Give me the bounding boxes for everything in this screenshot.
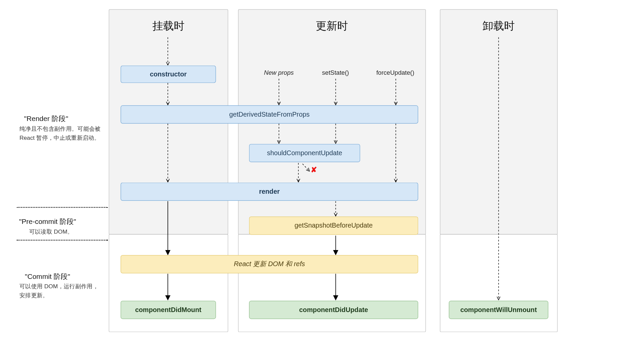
phase-commit-desc: 可以使用 DOM，运行副作用，安排更新。 xyxy=(19,282,100,300)
node-scu[interactable]: shouldComponentUpdate xyxy=(249,144,360,162)
trigger-newprops: New props xyxy=(264,69,294,76)
col-mount-bg xyxy=(109,9,228,332)
svg-rect-4 xyxy=(440,9,557,234)
node-gdsfp[interactable]: getDerivedStateFromProps xyxy=(121,105,418,123)
node-cwu[interactable]: componentWillUnmount xyxy=(449,301,548,319)
dotted-sep-1 xyxy=(17,207,108,208)
node-constructor[interactable]: constructor xyxy=(121,66,216,83)
col-unmount-bg xyxy=(440,9,557,332)
phase-precommit-title: "Pre-commit 阶段" xyxy=(19,217,76,226)
svg-line-16 xyxy=(302,164,309,171)
col-unmount-title: 卸载时 xyxy=(440,19,557,33)
col-mount-title: 挂载时 xyxy=(109,19,228,33)
col-update-bg xyxy=(238,9,426,332)
node-cdm[interactable]: componentDidMount xyxy=(121,301,216,319)
node-react-update: React 更新 DOM 和 refs xyxy=(121,255,418,273)
trigger-setstate: setState() xyxy=(322,69,349,76)
col-update-title: 更新时 xyxy=(238,19,426,33)
cancel-mark: ✘ xyxy=(311,165,317,174)
node-cdu[interactable]: componentDidUpdate xyxy=(249,301,418,319)
node-render[interactable]: render xyxy=(121,183,418,201)
trigger-forceupdate: forceUpdate() xyxy=(376,69,415,76)
phase-commit-title: "Commit 阶段" xyxy=(25,272,70,281)
dotted-sep-2 xyxy=(17,240,108,240)
node-gsbu[interactable]: getSnapshotBeforeUpdate xyxy=(249,217,418,235)
phase-render-title: "Render 阶段" xyxy=(24,114,68,123)
phase-precommit-desc: 可以读取 DOM。 xyxy=(29,227,104,236)
phase-render-desc: 纯净且不包含副作用。可能会被 React 暂停，中止或重新启动。 xyxy=(19,124,102,142)
